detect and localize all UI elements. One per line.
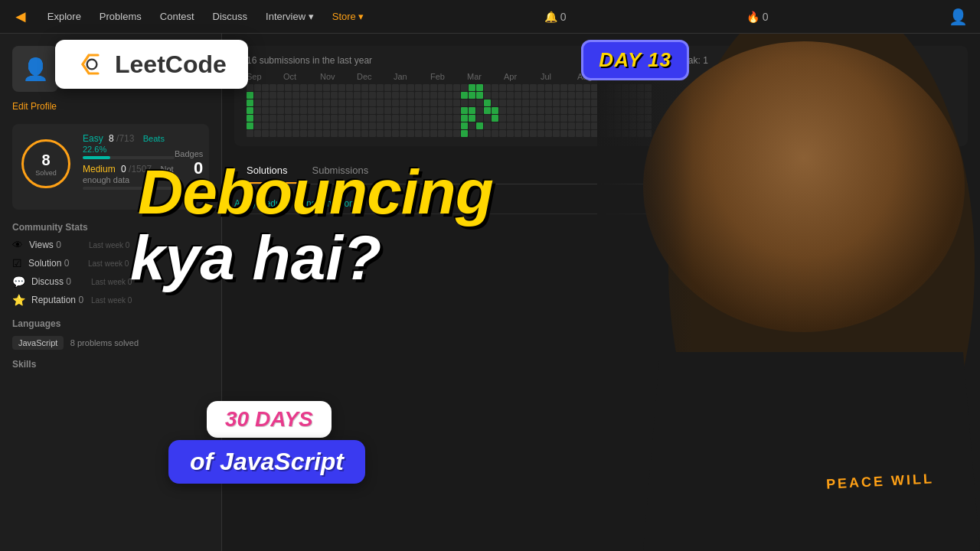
edit-profile-button[interactable]: Edit Profile bbox=[12, 101, 209, 112]
month-feb: Feb bbox=[430, 72, 452, 81]
leetcode-logo-svg bbox=[77, 49, 107, 80]
svg-point-0 bbox=[87, 60, 97, 70]
language-count: 8 problems solved bbox=[70, 338, 139, 347]
stat-reputation: ⭐ Reputation 0 Last week 0 bbox=[12, 294, 209, 306]
solved-count: 8 bbox=[41, 152, 50, 169]
fire-icon: 🔥 0 bbox=[746, 11, 769, 23]
headline-kya-hai: kya hai? bbox=[130, 227, 381, 289]
person-area: PEACE WILL bbox=[597, 34, 980, 551]
day-badge: DAY 13 bbox=[581, 40, 689, 80]
languages-section: Languages JavaScript 8 problems solved bbox=[12, 318, 209, 350]
nav-item-interview[interactable]: Interview ▾ bbox=[266, 11, 314, 22]
month-nov: Nov bbox=[320, 72, 341, 81]
discuss-icon: 💬 bbox=[12, 276, 25, 288]
day-badge-text: DAY 13 bbox=[599, 48, 671, 71]
month-oct: Oct bbox=[283, 72, 305, 81]
solved-label: Solved bbox=[35, 169, 57, 177]
month-jul: Jul bbox=[541, 72, 562, 81]
days-box: 30 DAYS bbox=[207, 401, 332, 438]
views-icon: 👁 bbox=[12, 239, 23, 251]
skills-section: Skills bbox=[12, 359, 209, 370]
nav-logo-icon: ◄ bbox=[12, 7, 29, 27]
nav-bar: ◄ Explore Problems Contest Discuss Inter… bbox=[0, 0, 980, 34]
headline-debouncing: Debouncing bbox=[138, 161, 493, 223]
profile-avatar: 👤 bbox=[12, 46, 58, 92]
nav-item-problems[interactable]: Problems bbox=[100, 11, 142, 22]
notification-icon[interactable]: 🔔 0 bbox=[544, 11, 567, 23]
month-apr: Apr bbox=[504, 72, 525, 81]
nav-item-explore[interactable]: Explore bbox=[47, 11, 81, 22]
js-text: of JavaScript bbox=[190, 448, 344, 475]
leetcode-logo-box: LeetCode bbox=[55, 40, 248, 89]
month-jan: Jan bbox=[394, 72, 415, 81]
month-dec: Dec bbox=[357, 72, 378, 81]
headline-kya-text: kya hai? bbox=[130, 223, 381, 292]
nav-item-store[interactable]: Store ▾ bbox=[332, 11, 364, 22]
days-text: 30 DAYS bbox=[225, 407, 313, 431]
month-mar: Mar bbox=[467, 72, 488, 81]
nav-item-contest[interactable]: Contest bbox=[160, 11, 194, 22]
language-tag-js: JavaScript bbox=[12, 336, 64, 350]
solution-icon: ☑ bbox=[12, 257, 22, 269]
nav-item-discuss[interactable]: Discuss bbox=[213, 11, 248, 22]
leetcode-logo-text: LeetCode bbox=[115, 51, 227, 79]
avatar[interactable]: 👤 bbox=[949, 8, 968, 26]
reputation-icon: ⭐ bbox=[12, 294, 25, 306]
js-box: of JavaScript bbox=[168, 440, 365, 484]
month-sep: Sep bbox=[247, 72, 268, 81]
